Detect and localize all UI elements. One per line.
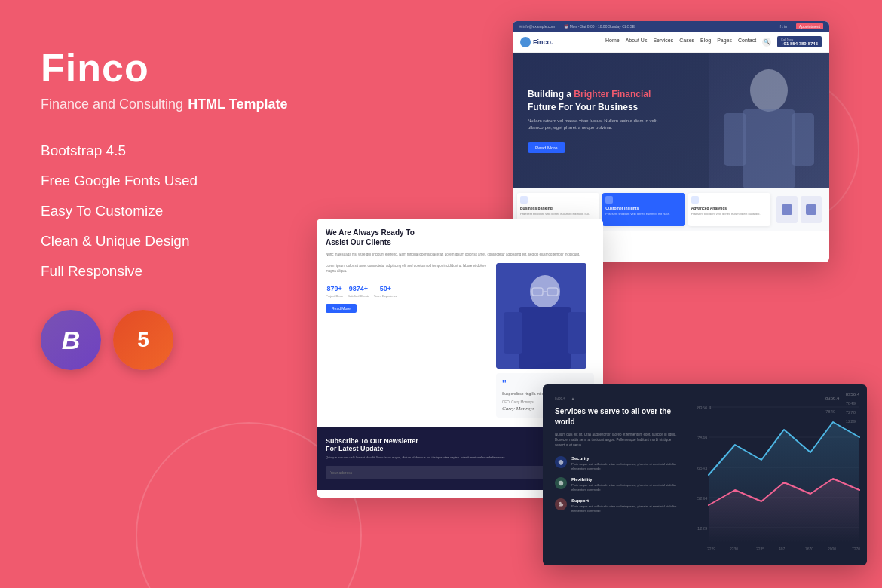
svg-text:6543: 6543: [697, 466, 708, 470]
site-hero: Building a Brighter FinancialFuture For …: [513, 53, 829, 188]
service-card-3: Advanced Analytics Praesent tincidunt ve…: [688, 193, 770, 226]
call-badge: Call Now +91 854 789-8746: [777, 36, 822, 47]
service-extra-cards: [773, 193, 825, 226]
subtitle-row: Finance and Consulting HTML Template: [41, 96, 297, 112]
about-heading: We Are Always Ready ToAssist Our Clients: [326, 228, 594, 247]
flexibility-icon: [555, 477, 567, 489]
hero-heading: Building a Brighter FinancialFuture For …: [528, 88, 678, 114]
svg-text:7670: 7670: [805, 547, 813, 551]
svg-rect-7: [504, 312, 522, 354]
nav-cases[interactable]: Cases: [679, 38, 694, 47]
dark-left-panel: 8356.4 ▲ Services we serve to all over t…: [543, 384, 694, 565]
svg-text:2230: 2230: [730, 547, 738, 551]
hero-read-more-btn[interactable]: Read More: [528, 142, 565, 153]
logo-icon: [520, 37, 531, 47]
service-text-3: Praesent tincidunt velit donec euismod e…: [691, 212, 767, 216]
hero-accent: Brighter Financial: [574, 89, 651, 100]
svg-text:7849: 7849: [825, 409, 836, 414]
chart-num-4: 1229: [846, 419, 859, 424]
brand-title: Finco: [41, 45, 297, 90]
service-icon-1: [520, 196, 528, 204]
security-icon: [555, 456, 567, 468]
screenshot-dark: 8356.4 ▲ Services we serve to all over t…: [543, 384, 867, 565]
newsletter-email-input[interactable]: [326, 466, 560, 479]
chart-area: 8356.4 7849 6543 5234 1229 2229 2230: [694, 384, 867, 565]
service-title-3: Advanced Analytics: [691, 206, 767, 210]
dark-heading: Services we serve to all over the world: [555, 406, 681, 427]
support-info: Support Proin neque est, sollicitudin vi…: [571, 498, 681, 513]
support-text: Proin neque est, sollicitudin vitae scel…: [571, 504, 681, 513]
service-title-1: Business banking: [520, 206, 596, 210]
feature-item-3: Easy To Customize: [41, 203, 297, 219]
stat-experience: 50+ Years Experience: [374, 280, 397, 298]
chart-num-2: 7849: [846, 401, 859, 406]
appointment-btn[interactable]: Appointment: [796, 23, 823, 29]
stat-projects-label: Project Done: [326, 294, 343, 298]
svg-rect-3: [792, 113, 814, 166]
svg-text:8356.4: 8356.4: [825, 396, 840, 400]
hero-content: Building a Brighter FinancialFuture For …: [528, 88, 678, 154]
feature-item-2: Free Google Fonts Used: [41, 173, 297, 189]
stat-projects-num: 879+: [326, 285, 341, 292]
top-hours: ⏰ Mon - Sat 8:00 - 18:00 Sunday CLOSE: [564, 24, 635, 29]
flexibility-info: Flexibility Proin neque est, sollicitudi…: [571, 477, 681, 492]
top-social: f t in: [779, 24, 786, 29]
stat-experience-label: Years Experience: [374, 294, 397, 298]
nav-about[interactable]: About Us: [626, 38, 648, 47]
service-text-1: Praesent tincidunt velit donec euismod e…: [520, 212, 596, 216]
svg-text:2000: 2000: [828, 547, 836, 551]
nav-contact[interactable]: Contact: [738, 38, 756, 47]
chart-num-3: 7270: [846, 410, 859, 415]
search-icon[interactable]: 🔍: [762, 38, 771, 47]
svg-rect-1: [743, 109, 795, 188]
stat-clients: 9874+ Satisfied Clients: [348, 280, 369, 298]
service-icon-3: [691, 196, 699, 204]
service-security: Security Proin neque est, sollicitudin v…: [555, 456, 681, 471]
nav-home[interactable]: Home: [605, 38, 620, 47]
chart-num-1: 8356.4: [846, 392, 859, 397]
stat-clients-label: Satisfied Clients: [348, 294, 369, 298]
svg-text:407: 407: [779, 547, 786, 551]
svg-text:2229: 2229: [707, 547, 715, 551]
stat-projects: 879+ Project Done: [326, 280, 343, 298]
flexibility-title: Flexibility: [571, 477, 681, 482]
svg-text:2235: 2235: [756, 547, 764, 551]
logo-text: Finco.: [533, 38, 553, 46]
svg-rect-8: [568, 312, 586, 354]
features-list: Bootstrap 4.5 Free Google Fonts Used Eas…: [41, 142, 297, 280]
support-title: Support: [571, 498, 681, 503]
subtitle-light: Finance and Consulting: [41, 96, 183, 112]
about-extra-text: Lorem ipsum dolor sit amet consectetur a…: [326, 263, 490, 274]
support-icon: [555, 498, 567, 510]
nav-links[interactable]: Home About Us Services Cases Blog Pages …: [605, 38, 771, 47]
site-navbar: Finco. Home About Us Services Cases Blog…: [513, 32, 829, 53]
service-card-2: Customer Insights Praesent tincidunt vel…: [602, 193, 684, 226]
hero-subtext: Nullam rutrum vel massa vitae luctus. Nu…: [528, 118, 678, 131]
stat-experience-num: 50+: [380, 285, 391, 292]
svg-point-0: [750, 69, 788, 112]
svg-text:1229: 1229: [697, 526, 708, 531]
dark-section-content: 8356.4 ▲ Services we serve to all over t…: [543, 384, 867, 565]
service-support: Support Proin neque est, sollicitudin vi…: [555, 498, 681, 513]
dark-subtext: Nullam quis elit sit. Cras augue tortor,…: [555, 432, 681, 449]
svg-rect-2: [724, 113, 746, 166]
service-flexibility: Flexibility Proin neque est, sollicitudi…: [555, 477, 681, 492]
stat-clients-num: 9874+: [349, 285, 368, 292]
service-icon-2: [605, 196, 613, 204]
about-read-more-btn[interactable]: Read More: [326, 304, 357, 313]
svg-point-12: [559, 480, 563, 485]
security-text: Proin neque est, sollicitudin vitae scel…: [571, 462, 681, 471]
nav-blog[interactable]: Blog: [700, 38, 711, 47]
right-panel: ✉ info@example.com ⏰ Mon - Sat 8:00 - 18…: [309, 0, 882, 588]
service-mini-card-1: [776, 196, 798, 223]
about-person-photo: [496, 263, 586, 369]
svg-text:7849: 7849: [697, 436, 708, 440]
svg-text:7270: 7270: [852, 547, 860, 551]
stats-row: 879+ Project Done 9874+ Satisfied Client…: [326, 280, 490, 298]
nav-pages[interactable]: Pages: [717, 38, 732, 47]
feature-item-5: Full Responsive: [41, 263, 297, 280]
svg-text:5234: 5234: [697, 496, 708, 501]
nav-services[interactable]: Services: [653, 38, 673, 47]
svg-text:8356.4: 8356.4: [697, 406, 712, 410]
feature-item-4: Clean & Unique Design: [41, 233, 297, 250]
